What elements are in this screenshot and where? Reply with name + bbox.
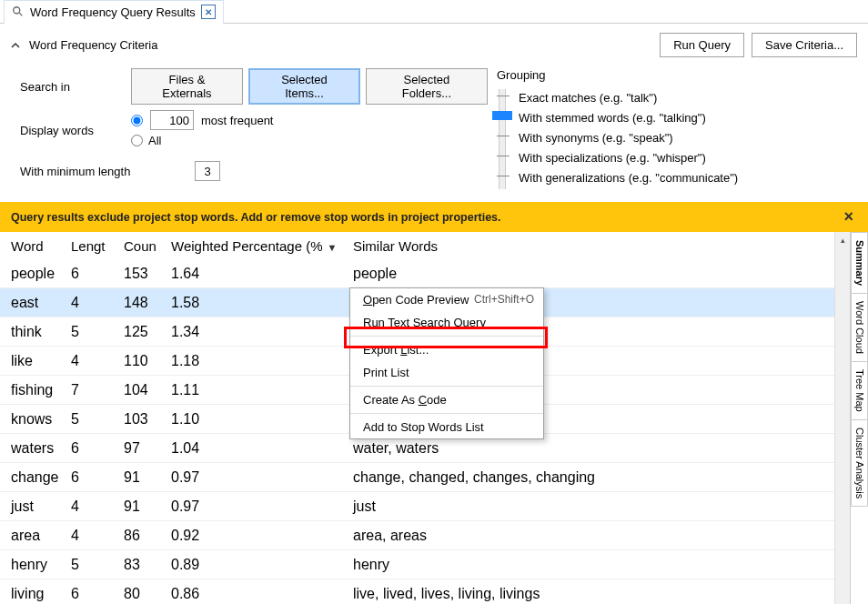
run-query-button[interactable]: Run Query (660, 33, 744, 57)
criteria-title: Word Frequency Criteria (29, 38, 652, 52)
grouping-option[interactable]: With synonyms (e.g. "speak") (519, 127, 738, 147)
cm-print-list[interactable]: Print List (350, 361, 543, 384)
cell-length: 4 (71, 295, 124, 311)
tab-results[interactable]: Word Frequency Query Results ✕ (4, 0, 224, 24)
cell-word: just (11, 498, 71, 515)
grouping-option[interactable]: Exact matches (e.g. "talk") (519, 87, 738, 107)
side-tab-tree-map[interactable]: Tree Map (851, 361, 868, 420)
cell-weight: 0.97 (171, 469, 353, 486)
cm-separator (350, 386, 543, 387)
vertical-scrollbar[interactable]: ▴ (834, 232, 850, 604)
cell-word: people (11, 266, 71, 282)
banner-close-button[interactable]: × (840, 207, 857, 226)
table-row[interactable]: henry5830.89henry (0, 550, 834, 579)
side-tab-cluster[interactable]: Cluster Analysis (851, 419, 868, 507)
cell-similar: water, waters (353, 440, 834, 457)
cell-count: 104 (124, 382, 171, 398)
grouping-option[interactable]: With generalizations (e.g. "communicate"… (519, 167, 738, 187)
cell-weight: 0.86 (171, 586, 353, 602)
tab-bar: Word Frequency Query Results ✕ (0, 0, 868, 24)
save-criteria-button[interactable]: Save Criteria... (752, 33, 857, 57)
col-length[interactable]: Lengt (71, 238, 124, 254)
cell-word: like (11, 353, 71, 369)
cell-word: waters (11, 440, 71, 457)
cell-word: knows (11, 411, 71, 428)
cell-weight: 1.18 (171, 353, 353, 369)
cell-length: 6 (71, 266, 124, 282)
tab-close-button[interactable]: ✕ (201, 5, 216, 19)
cm-run-text-search[interactable]: Run Text Search Query (350, 311, 543, 334)
table-row[interactable]: people61531.64people (0, 259, 834, 288)
col-similar[interactable]: Similar Words (353, 238, 834, 254)
svg-point-0 (14, 7, 20, 14)
cell-count: 91 (124, 498, 171, 515)
table-row[interactable]: area4860.92area, areas (0, 521, 834, 550)
cell-similar: change, changed, changes, changing (353, 469, 834, 486)
cell-length: 7 (71, 382, 124, 398)
cell-weight: 1.64 (171, 266, 353, 282)
side-tab-word-cloud[interactable]: Word Cloud (851, 293, 868, 362)
cell-word: henry (11, 557, 71, 573)
cell-length: 5 (71, 411, 124, 428)
table-row[interactable]: just4910.97just (0, 492, 834, 521)
selected-items-button[interactable]: Selected Items... (248, 68, 360, 105)
search-in-label: Search in (20, 80, 131, 94)
banner-text: Query results exclude project stop words… (11, 211, 501, 224)
cm-add-stop-words[interactable]: Add to Stop Words List (350, 416, 543, 438)
slider-thumb-icon[interactable] (492, 111, 512, 120)
grouping-slider[interactable] (499, 89, 506, 189)
cell-weight: 1.04 (171, 440, 353, 457)
col-weight[interactable]: Weighted Percentage (% ▼ (171, 238, 353, 254)
cell-count: 97 (124, 440, 171, 457)
cm-create-as-code[interactable]: Create As Code (350, 388, 543, 411)
table-row[interactable]: living6800.86live, lived, lives, living,… (0, 579, 834, 604)
cell-weight: 1.58 (171, 295, 353, 311)
cell-word: area (11, 528, 71, 544)
side-tab-summary[interactable]: Summary (851, 232, 868, 294)
cell-count: 83 (124, 557, 171, 573)
cell-similar: live, lived, lives, living, livings (353, 586, 834, 602)
cell-count: 110 (124, 353, 171, 369)
cell-similar: henry (353, 557, 834, 573)
cell-word: change (11, 469, 71, 486)
min-length-input[interactable] (195, 161, 220, 181)
cell-length: 4 (71, 528, 124, 544)
table-header: Word Lengt Coun Weighted Percentage (% ▼… (0, 232, 834, 259)
grouping-option[interactable]: With stemmed words (e.g. "talking") (519, 107, 738, 127)
cm-open-code-preview[interactable]: Open Code Preview Ctrl+Shift+O (350, 288, 543, 311)
cell-length: 6 (71, 469, 124, 486)
criteria-header-bar: Word Frequency Criteria Run Query Save C… (0, 24, 868, 61)
stop-words-banner: Query results exclude project stop words… (0, 202, 868, 232)
cell-similar: area, areas (353, 528, 834, 544)
grouping-option[interactable]: With specializations (e.g. "whisper") (519, 147, 738, 167)
cell-length: 4 (71, 353, 124, 369)
scroll-up-icon[interactable]: ▴ (835, 232, 850, 247)
cell-weight: 0.92 (171, 528, 353, 544)
cell-count: 125 (124, 324, 171, 340)
collapse-criteria-icon[interactable] (11, 41, 20, 50)
cm-separator (350, 336, 543, 337)
grouping-options: Exact matches (e.g. "talk") With stemmed… (519, 87, 738, 191)
cell-weight: 0.97 (171, 498, 353, 515)
cm-export-list[interactable]: Export List... (350, 338, 543, 361)
files-externals-button[interactable]: Files & Externals (131, 68, 243, 105)
selected-folders-button[interactable]: Selected Folders... (366, 68, 488, 105)
most-frequent-radio[interactable] (131, 115, 143, 126)
col-count[interactable]: Coun (124, 238, 171, 254)
all-radio[interactable] (131, 135, 143, 146)
criteria-body: Search in Files & Externals Selected Ite… (0, 61, 868, 202)
cell-length: 6 (71, 440, 124, 457)
cell-similar: people (353, 266, 834, 282)
col-word[interactable]: Word (11, 238, 71, 254)
cell-length: 5 (71, 324, 124, 340)
svg-line-1 (19, 13, 23, 16)
cell-word: east (11, 295, 71, 311)
grouping-label: Grouping (497, 68, 848, 82)
table-row[interactable]: change6910.97change, changed, changes, c… (0, 463, 834, 492)
cell-weight: 0.89 (171, 557, 353, 573)
cell-length: 6 (71, 586, 124, 602)
cm-separator (350, 413, 543, 414)
cell-count: 103 (124, 411, 171, 428)
context-menu: Open Code Preview Ctrl+Shift+O Run Text … (349, 287, 544, 439)
most-frequent-input[interactable] (150, 110, 194, 130)
